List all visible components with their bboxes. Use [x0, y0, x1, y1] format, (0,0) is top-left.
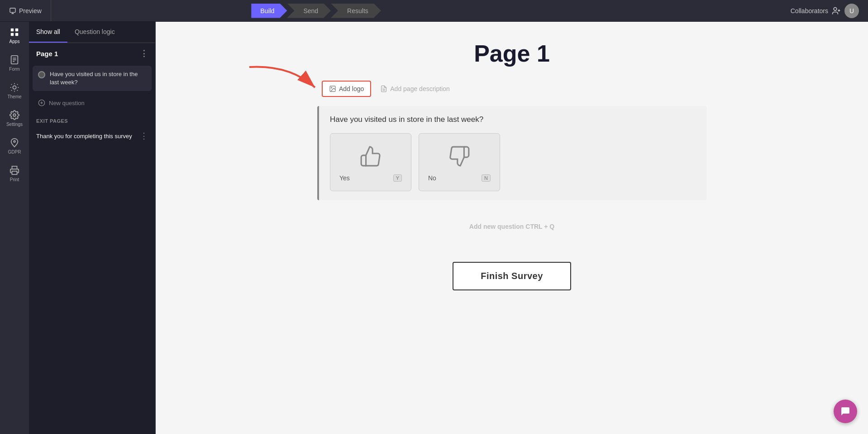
svg-point-14 — [14, 140, 15, 142]
form-label: Form — [9, 67, 19, 72]
annotation-arrow — [236, 63, 326, 101]
svg-point-13 — [13, 114, 16, 116]
add-collaborator-icon[interactable] — [832, 6, 841, 15]
preview-icon — [9, 7, 16, 14]
build-pipeline: Build Send Results — [251, 4, 381, 18]
add-question-icon — [38, 99, 45, 106]
question-radio — [38, 71, 45, 78]
exit-page-text: Thank you for completing this survey — [36, 133, 132, 140]
add-desc-label: Add page description — [390, 85, 450, 92]
sidebar-item-print[interactable]: Print — [0, 160, 29, 188]
icon-sidebar: Apps Form Theme Settings — [0, 22, 29, 434]
left-panel-tabs: Show all Question logic — [29, 22, 155, 43]
sidebar-item-gdpr[interactable]: GDPR — [0, 132, 29, 160]
add-question-hint[interactable]: Add new question CTRL + Q — [317, 209, 706, 244]
svg-rect-7 — [15, 33, 18, 36]
settings-icon — [10, 110, 19, 120]
main-content: Page 1 — [156, 22, 868, 434]
user-avatar[interactable]: U — [844, 4, 859, 18]
apps-icon — [10, 27, 19, 37]
sidebar-item-apps[interactable]: Apps — [0, 22, 29, 49]
yes-label-row: Yes Y — [339, 174, 402, 182]
answer-options: Yes Y No — [330, 133, 696, 191]
pipeline-send-label: Send — [303, 7, 318, 14]
thumbs-down-icon — [446, 143, 473, 170]
svg-rect-15 — [12, 171, 17, 174]
thumbs-up-icon — [357, 143, 384, 170]
add-logo-label: Add logo — [339, 85, 364, 92]
main-layout: Apps Form Theme Settings — [0, 22, 868, 434]
sidebar-item-form[interactable]: Form — [0, 49, 29, 77]
no-label-row: No N — [428, 174, 491, 182]
tab-question-logic-label: Question logic — [75, 28, 115, 35]
pipeline-send[interactable]: Send — [287, 4, 331, 18]
tab-question-logic[interactable]: Question logic — [67, 22, 122, 43]
add-logo-button[interactable]: Add logo — [322, 81, 371, 97]
pipeline-results[interactable]: Results — [331, 4, 381, 18]
gdpr-label: GDPR — [8, 149, 21, 154]
gdpr-icon — [10, 138, 19, 148]
add-description-button[interactable]: Add page description — [380, 85, 450, 92]
survey-container: Page 1 — [308, 22, 715, 345]
collaborators-section: Collaborators U — [782, 4, 868, 18]
answer-yes[interactable]: Yes Y — [330, 133, 411, 191]
pipeline-build[interactable]: Build — [251, 4, 287, 18]
page-header: Page 1 ⋮ — [29, 43, 155, 64]
yes-key-hint: Y — [393, 174, 402, 182]
print-label: Print — [10, 177, 19, 182]
question-item[interactable]: Have you visited us in store in the last… — [33, 66, 152, 91]
svg-rect-5 — [15, 29, 18, 31]
preview-tab[interactable]: Preview — [0, 0, 51, 21]
svg-rect-4 — [11, 29, 14, 31]
new-question-button[interactable]: New question — [33, 95, 152, 111]
question-main-text: Have you visited us in store in the last… — [330, 115, 696, 124]
sidebar-item-settings[interactable]: Settings — [0, 105, 29, 132]
top-nav: Preview Build Send Results Collaborators… — [0, 0, 868, 22]
apps-label: Apps — [10, 39, 20, 44]
svg-rect-6 — [11, 33, 14, 36]
page-header-title: Page 1 — [36, 50, 58, 58]
yes-label: Yes — [339, 174, 350, 182]
svg-rect-0 — [10, 8, 15, 12]
tab-show-all-label: Show all — [36, 28, 60, 35]
exit-page-options[interactable]: ⋮ — [140, 131, 148, 141]
answer-no[interactable]: No N — [419, 133, 500, 191]
exit-page-item[interactable]: Thank you for completing this survey ⋮ — [29, 126, 155, 145]
add-question-text: Add new question — [469, 223, 524, 230]
page-options-button[interactable]: ⋮ — [140, 48, 148, 58]
add-question-shortcut: CTRL + Q — [525, 223, 554, 230]
collaborators-label: Collaborators — [791, 7, 828, 14]
survey-page-title: Page 1 — [317, 40, 706, 67]
sidebar-item-theme[interactable]: Theme — [0, 77, 29, 105]
pipeline-results-label: Results — [347, 7, 368, 14]
form-icon — [10, 55, 19, 65]
exit-pages-label: EXIT PAGES — [29, 113, 155, 126]
left-panel: Show all Question logic Page 1 ⋮ Have yo… — [29, 22, 156, 434]
pipeline-build-label: Build — [260, 7, 274, 14]
new-question-label: New question — [49, 100, 85, 106]
image-icon — [329, 85, 336, 92]
print-icon — [10, 165, 19, 175]
settings-label: Settings — [6, 122, 23, 127]
description-icon — [380, 85, 387, 92]
no-label: No — [428, 174, 436, 182]
finish-survey-button[interactable]: Finish Survey — [453, 262, 571, 290]
tab-show-all[interactable]: Show all — [29, 22, 67, 43]
chat-bubble[interactable] — [834, 400, 857, 423]
svg-point-21 — [331, 87, 332, 88]
svg-point-12 — [13, 86, 16, 89]
svg-point-1 — [834, 7, 837, 10]
question-block: Have you visited us in store in the last… — [317, 106, 706, 200]
chat-icon — [840, 406, 851, 417]
no-key-hint: N — [482, 174, 491, 182]
theme-label: Theme — [7, 94, 21, 99]
theme-icon — [10, 82, 19, 92]
question-text-sidebar: Have you visited us in store in the last… — [50, 70, 146, 87]
preview-label: Preview — [19, 7, 42, 14]
